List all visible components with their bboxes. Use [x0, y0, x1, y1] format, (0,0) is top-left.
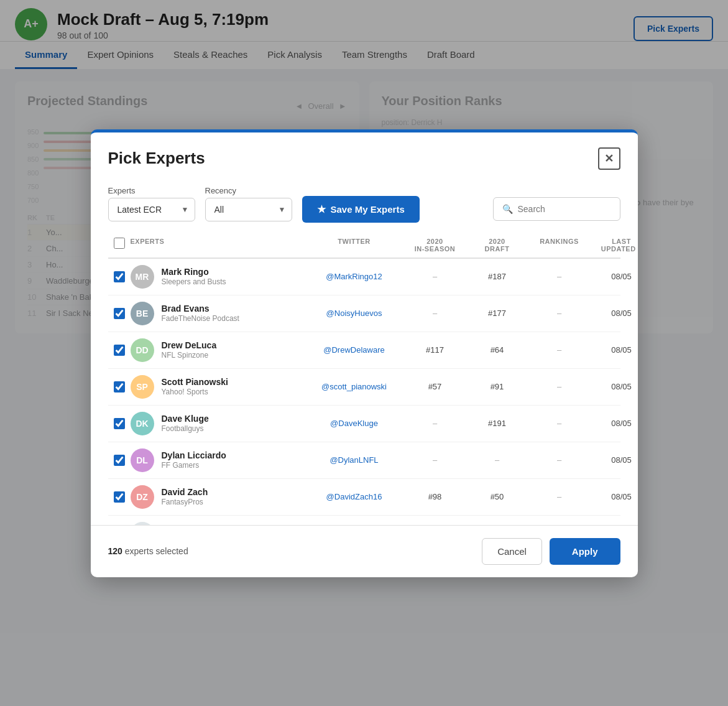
expert-checkbox-5[interactable] [114, 455, 125, 466]
search-icon: 🔍 [502, 204, 513, 214]
expert-twitter-2[interactable]: @DrewDelaware [305, 345, 404, 355]
expert-updated-1: 08/05 [591, 309, 638, 318]
expert-name-2: Drew DeLuca [162, 340, 217, 350]
expert-inseason-1: – [404, 309, 466, 318]
expert-twitter-4[interactable]: @DaveKluge [305, 419, 404, 428]
modal-controls: Experts Latest ECR Custom ▼ Recency All … [91, 180, 638, 233]
select-all-checkbox[interactable] [114, 238, 125, 249]
expert-avatar-2: DD [131, 338, 154, 362]
modal-overlay: Pick Experts ✕ Experts Latest ECR Custom… [0, 0, 728, 706]
expert-org-5: FF Gamers [162, 461, 226, 470]
save-my-experts-button[interactable]: ★ Save My Experts [302, 196, 420, 223]
expert-twitter-1[interactable]: @NoisyHuevos [305, 309, 404, 318]
recency-control-group: Recency All Last Week Last Month ▼ [205, 186, 292, 221]
experts-control-group: Experts Latest ECR Custom ▼ [108, 186, 195, 221]
expert-info-2: DD Drew DeLuca NFL Spinzone [131, 338, 305, 362]
expert-twitter-5[interactable]: @DylanLNFL [305, 455, 404, 465]
expert-checkbox-2[interactable] [114, 345, 125, 356]
expert-rankings-4: – [528, 419, 591, 428]
expert-updated-0: 08/05 [591, 272, 638, 281]
experts-list: MR Mark Ringo Sleepers and Busts @MarkRi… [108, 259, 620, 525]
search-input[interactable] [518, 204, 611, 214]
search-box[interactable]: 🔍 [493, 197, 620, 221]
expert-inseason-3: #57 [404, 382, 466, 391]
expert-row: DZ David Zach FantasyPros @DavidZach16 #… [108, 479, 620, 516]
col-checkbox [108, 238, 131, 253]
expert-row: BE Brad Evans FadeTheNoise Podcast @Nois… [108, 295, 620, 332]
expert-twitter-6[interactable]: @DavidZach16 [305, 492, 404, 501]
modal-footer: 120 experts selected Cancel Apply [91, 525, 638, 577]
apply-button[interactable]: Apply [550, 538, 620, 565]
expert-row: SP Scott Pianowski Yahoo! Sports @scott_… [108, 369, 620, 406]
expert-draft-3: #91 [466, 382, 528, 391]
expert-org-6: FantasyPros [162, 498, 208, 506]
expert-row: DL Dylan Licciardo FF Gamers @DylanLNFL … [108, 442, 620, 479]
expert-org-3: Yahoo! Sports [162, 388, 228, 396]
experts-count-label: 120 experts selected [108, 546, 188, 556]
expert-twitter-3[interactable]: @scott_pianowski [305, 382, 404, 391]
experts-select-wrapper: Latest ECR Custom ▼ [108, 198, 195, 221]
expert-updated-5: 08/05 [591, 455, 638, 465]
expert-name-0: Mark Ringo [162, 267, 226, 277]
col-draft: 2020DRAFT [466, 238, 528, 253]
expert-inseason-0: – [404, 272, 466, 281]
expert-checkbox-6[interactable] [114, 491, 125, 503]
expert-updated-6: 08/05 [591, 492, 638, 501]
expert-info-6: DZ David Zach FantasyPros [131, 485, 305, 509]
checkbox-cell-1 [108, 308, 131, 319]
col-experts: EXPERTS [131, 238, 305, 253]
expert-inseason-6: #98 [404, 492, 466, 501]
experts-table: EXPERTS TWITTER 2020IN-SEASON 2020DRAFT … [91, 233, 638, 525]
expert-avatar-5: DL [131, 448, 154, 472]
expert-draft-5: – [466, 455, 528, 465]
expert-rankings-2: – [528, 345, 591, 355]
expert-row: DD Drew DeLuca NFL Spinzone @DrewDelawar… [108, 332, 620, 369]
expert-org-4: Footballguys [162, 424, 209, 433]
expert-checkbox-1[interactable] [114, 308, 125, 319]
col-in-season: 2020IN-SEASON [404, 238, 466, 253]
save-icon: ★ [317, 203, 326, 215]
cancel-button[interactable]: Cancel [482, 538, 542, 565]
expert-updated-3: 08/05 [591, 382, 638, 391]
expert-draft-2: #64 [466, 345, 528, 355]
expert-rankings-5: – [528, 455, 591, 465]
expert-row: MR Mark Ringo Sleepers and Busts @MarkRi… [108, 259, 620, 295]
expert-info-1: BE Brad Evans FadeTheNoise Podcast [131, 302, 305, 325]
recency-label: Recency [205, 186, 292, 195]
expert-info-0: MR Mark Ringo Sleepers and Busts [131, 265, 305, 289]
experts-select[interactable]: Latest ECR Custom [108, 198, 195, 221]
expert-updated-2: 08/05 [591, 345, 638, 355]
expert-checkbox-4[interactable] [114, 418, 125, 429]
recency-select-wrapper: All Last Week Last Month ▼ [205, 198, 292, 221]
expert-name-4: Dave Kluge [162, 414, 209, 424]
expert-inseason-2: #117 [404, 345, 466, 355]
expert-avatar-1: BE [131, 302, 154, 325]
expert-avatar-3: SP [131, 375, 154, 399]
modal-close-button[interactable]: ✕ [598, 147, 620, 170]
expert-twitter-0[interactable]: @MarkRingo12 [305, 272, 404, 281]
expert-draft-0: #187 [466, 272, 528, 281]
expert-row-partial: ?? ··· ··· – – – – 08/05 [108, 516, 620, 525]
recency-select[interactable]: All Last Week Last Month [205, 198, 292, 221]
expert-org-1: FadeTheNoise Podcast [162, 314, 239, 323]
expert-checkbox-3[interactable] [114, 381, 125, 392]
checkbox-cell-6 [108, 491, 131, 503]
expert-draft-4: #191 [466, 419, 528, 428]
checkbox-cell-0 [108, 271, 131, 282]
expert-updated-4: 08/05 [591, 419, 638, 428]
expert-name-5: Dylan Licciardo [162, 450, 226, 460]
expert-rankings-0: – [528, 272, 591, 281]
expert-name-1: Brad Evans [162, 304, 239, 314]
expert-inseason-5: – [404, 455, 466, 465]
expert-avatar-6: DZ [131, 485, 154, 509]
checkbox-cell-2 [108, 345, 131, 356]
experts-label: Experts [108, 186, 195, 195]
expert-rankings-6: – [528, 492, 591, 501]
expert-draft-1: #177 [466, 309, 528, 318]
expert-org-0: Sleepers and Busts [162, 277, 226, 286]
expert-name-3: Scott Pianowski [162, 377, 228, 387]
expert-checkbox-0[interactable] [114, 271, 125, 282]
col-twitter: TWITTER [305, 238, 404, 253]
expert-rankings-1: – [528, 309, 591, 318]
expert-org-2: NFL Spinzone [162, 351, 217, 360]
